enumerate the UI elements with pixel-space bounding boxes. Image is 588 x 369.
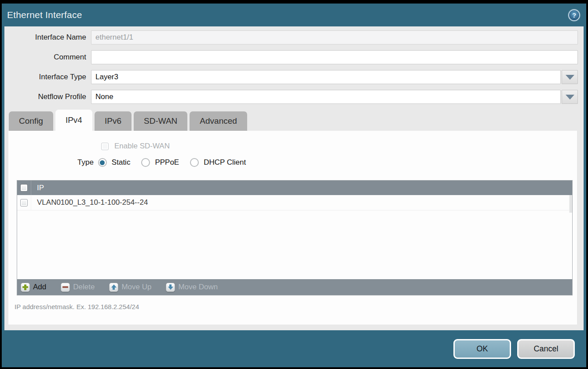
netflow-profile-value: None	[91, 90, 561, 104]
table-toolbar: Add Delete Move Up Move Down	[17, 279, 572, 295]
static-radio-label: Static	[112, 158, 131, 167]
ok-button[interactable]: OK	[453, 339, 511, 359]
cancel-button[interactable]: Cancel	[517, 339, 575, 359]
delete-button-label: Delete	[73, 283, 95, 292]
add-button-label: Add	[33, 283, 46, 292]
interface-name-label: Interface Name	[4, 33, 91, 42]
netflow-profile-label: Netflow Profile	[4, 92, 91, 101]
move-down-button-label: Move Down	[178, 283, 218, 292]
ip-table: IP VLAN0100_L3_10-1-100-254--24 Add	[17, 180, 573, 295]
row-checkbox[interactable]	[20, 199, 28, 207]
dialog-titlebar: Ethernet Interface ?	[2, 4, 586, 26]
hint-text: IP address/netmask. Ex. 192.168.2.254/24	[15, 303, 577, 310]
interface-name-row: Interface Name	[4, 30, 578, 44]
form-area: Interface Name Comment Interface Type La…	[4, 26, 584, 104]
tab-sdwan[interactable]: SD-WAN	[134, 111, 187, 131]
radio-option-pppoe[interactable]: PPPoE	[141, 158, 179, 167]
add-icon-frame	[21, 283, 30, 292]
netflow-profile-row: Netflow Profile None	[4, 90, 578, 104]
interface-type-label: Interface Type	[4, 73, 91, 81]
ip-cell: VLAN0100_L3_10-1-100-254--24	[31, 195, 148, 210]
table-row[interactable]: VLAN0100_L3_10-1-100-254--24	[17, 195, 572, 210]
move-up-icon-frame	[109, 283, 118, 292]
pppoe-radio-label: PPPoE	[155, 158, 179, 167]
comment-row: Comment	[4, 50, 578, 64]
plus-icon	[22, 284, 28, 290]
interface-type-dropdown[interactable]: Layer3	[91, 70, 578, 84]
delete-button: Delete	[61, 283, 95, 292]
move-up-button-label: Move Up	[121, 283, 151, 292]
dialog-footer: OK Cancel	[2, 330, 586, 367]
radio-option-static[interactable]: Static	[98, 158, 131, 167]
chevron-down-icon	[566, 95, 574, 100]
minus-icon	[62, 286, 68, 288]
ip-column-header: IP	[31, 181, 44, 195]
select-all-cell	[17, 181, 31, 195]
type-row: Type Static PPPoE DHCP Client	[77, 158, 577, 167]
interface-name-input	[91, 30, 578, 44]
help-icon[interactable]: ?	[568, 9, 580, 21]
ipv4-panel: Enable SD-WAN Type Static PPPoE DHCP Cli…	[8, 131, 577, 325]
arrow-up-icon	[111, 284, 117, 290]
ip-table-header: IP	[17, 181, 572, 195]
interface-type-row: Interface Type Layer3	[4, 70, 578, 84]
pppoe-radio[interactable]	[141, 158, 150, 167]
tab-bar: Config IPv4 IPv6 SD-WAN Advanced	[4, 110, 584, 131]
select-all-checkbox[interactable]	[20, 184, 28, 192]
chevron-down-icon	[566, 75, 574, 80]
move-down-button: Move Down	[166, 283, 218, 292]
delete-icon-frame	[61, 283, 70, 292]
ethernet-interface-dialog: Ethernet Interface ? Interface Name Comm…	[2, 4, 586, 367]
enable-sdwan-row: Enable SD-WAN	[101, 131, 577, 151]
netflow-profile-dropdown[interactable]: None	[91, 90, 578, 104]
comment-input[interactable]	[91, 50, 578, 64]
tab-config[interactable]: Config	[9, 111, 53, 131]
tab-ipv6[interactable]: IPv6	[95, 111, 131, 131]
ip-table-body: VLAN0100_L3_10-1-100-254--24	[17, 195, 572, 279]
move-down-icon-frame	[166, 283, 175, 292]
dhcp-client-radio[interactable]	[190, 158, 199, 167]
dialog-title: Ethernet Interface	[7, 10, 568, 20]
add-button[interactable]: Add	[21, 283, 46, 292]
dhcp-client-radio-label: DHCP Client	[204, 158, 246, 167]
interface-type-value: Layer3	[91, 70, 561, 84]
move-up-button: Move Up	[109, 283, 151, 292]
question-mark-glyph: ?	[572, 12, 576, 18]
row-checkbox-cell	[17, 195, 31, 210]
radio-option-dhcp-client[interactable]: DHCP Client	[190, 158, 246, 167]
comment-label: Comment	[4, 53, 91, 62]
tab-ipv4[interactable]: IPv4	[55, 110, 92, 131]
type-label: Type	[77, 158, 94, 167]
arrow-down-icon	[168, 284, 173, 290]
enable-sdwan-checkbox	[101, 143, 109, 150]
tab-advanced[interactable]: Advanced	[190, 111, 247, 131]
scrollbar[interactable]	[569, 195, 572, 213]
enable-sdwan-label: Enable SD-WAN	[114, 142, 170, 151]
dialog-body: Interface Name Comment Interface Type La…	[4, 26, 584, 330]
interface-type-dropdown-button[interactable]	[562, 70, 578, 84]
netflow-profile-dropdown-button[interactable]	[562, 90, 578, 104]
static-radio[interactable]	[98, 158, 107, 167]
